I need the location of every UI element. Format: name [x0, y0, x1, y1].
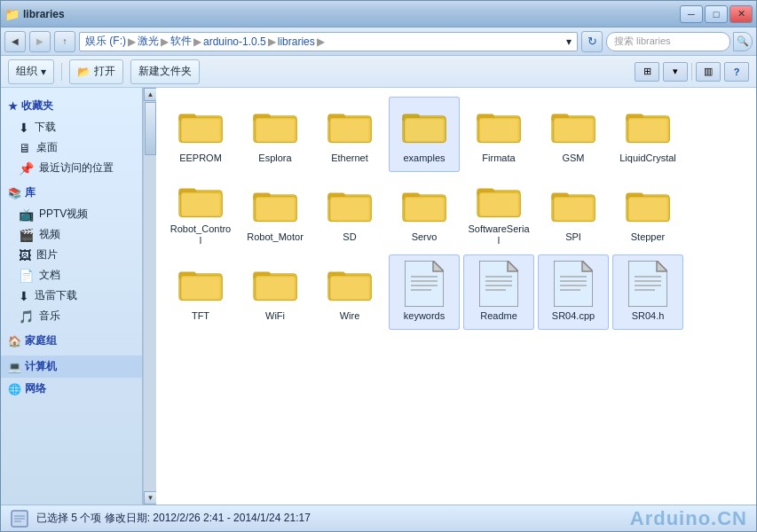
- scrollbar[interactable]: ▲ ▼: [143, 88, 156, 505]
- sidebar-favorites-title[interactable]: ★ 收藏夹: [1, 95, 142, 117]
- file-item[interactable]: GSM: [538, 97, 609, 172]
- svg-marker-69: [433, 261, 444, 271]
- file-item[interactable]: WiFi: [240, 254, 311, 330]
- sidebar-section-library: 📚 库 📺 PPTV视频 🎬 视频 🖼 图片 📄 文档: [1, 182, 142, 326]
- main-window: 📁 libraries ─ □ ✕ ◀ ▶ ↑ 娱乐 (F:) ▶ 激光 ▶ 软…: [0, 0, 757, 532]
- scroll-down-button[interactable]: ▼: [144, 491, 157, 505]
- folder-icon: [176, 180, 225, 222]
- maximize-button[interactable]: □: [705, 5, 728, 23]
- file-label: SR04.cpp: [552, 310, 595, 322]
- file-item[interactable]: Servo: [389, 176, 460, 251]
- new-folder-label: 新建文件夹: [138, 64, 192, 79]
- address-path[interactable]: 娱乐 (F:) ▶ 激光 ▶ 软件 ▶ arduino-1.0.5 ▶ libr…: [79, 32, 578, 51]
- path-segment-5[interactable]: libraries: [278, 35, 315, 48]
- help-button[interactable]: ?: [724, 62, 749, 82]
- search-box: 搜索 libraries: [606, 32, 730, 51]
- path-segment-2[interactable]: 激光: [138, 34, 159, 49]
- music-icon: 🎵: [19, 309, 34, 324]
- file-icon: [399, 259, 449, 309]
- computer-icon: 💻: [8, 361, 21, 373]
- sidebar-item-thunder[interactable]: ⬇ 迅雷下载: [1, 286, 142, 306]
- status-text: 已选择 5 个项 修改日期: 2012/2/26 2:41 - 2014/1/2…: [36, 511, 311, 526]
- sidebar-computer-label: 计算机: [25, 359, 57, 374]
- svg-rect-7: [256, 120, 295, 141]
- file-item[interactable]: EEPROM: [165, 97, 236, 172]
- organize-button[interactable]: 组织 ▾: [8, 59, 54, 84]
- file-grid: EEPROM Esplora Ethernet examples Firmata…: [156, 88, 756, 505]
- svg-rect-3: [182, 120, 220, 141]
- sidebar-item-desktop[interactable]: 🖥 桌面: [1, 137, 142, 158]
- forward-button[interactable]: ▶: [29, 31, 51, 52]
- view-large-icons-button[interactable]: ⊞: [635, 62, 659, 82]
- sidebar-computer-title[interactable]: 💻 计算机: [1, 356, 142, 378]
- sidebar-section-homegroup: 🏠 家庭组: [1, 330, 142, 352]
- folder-icon: [623, 101, 673, 151]
- sidebar-item-recent[interactable]: 📌 最近访问的位置: [1, 158, 142, 178]
- sidebar-item-video[interactable]: 🎬 视频: [1, 224, 142, 245]
- sidebar-item-download[interactable]: ⬇ 下载: [1, 117, 142, 137]
- sidebar-item-pictures-label: 图片: [36, 247, 58, 262]
- file-item[interactable]: Firmata: [463, 97, 534, 172]
- svg-rect-67: [331, 278, 369, 299]
- file-label: GSM: [562, 153, 584, 164]
- file-item[interactable]: Stepper: [612, 176, 683, 251]
- path-segment-3[interactable]: 软件: [170, 34, 192, 49]
- new-folder-button[interactable]: 新建文件夹: [130, 59, 200, 84]
- file-item[interactable]: TFT: [165, 254, 236, 330]
- file-item[interactable]: SR04.cpp: [538, 254, 609, 330]
- file-label: Firmata: [482, 153, 515, 164]
- folder-icon: [325, 101, 375, 151]
- sidebar-library-title[interactable]: 📚 库: [1, 182, 142, 204]
- file-item[interactable]: examples: [389, 97, 460, 172]
- file-icon: [548, 259, 598, 309]
- refresh-button[interactable]: ↻: [581, 31, 603, 52]
- sidebar-homegroup-title[interactable]: 🏠 家庭组: [1, 330, 142, 352]
- file-item[interactable]: Robot_Motor: [240, 176, 311, 251]
- sidebar-item-download-label: 下载: [35, 120, 56, 135]
- file-label: keywords: [404, 310, 445, 322]
- file-item[interactable]: SPI: [538, 176, 609, 251]
- path-segment-1[interactable]: 娱乐 (F:): [85, 34, 126, 49]
- file-item[interactable]: SD: [314, 176, 385, 251]
- file-label: SD: [343, 231, 356, 243]
- sidebar-item-documents[interactable]: 📄 文档: [1, 265, 142, 286]
- preview-pane-button[interactable]: ▥: [696, 62, 721, 82]
- file-item[interactable]: Robot_Control: [165, 176, 236, 251]
- up-button[interactable]: ↑: [54, 31, 75, 52]
- file-label: EEPROM: [179, 153, 222, 164]
- sidebar-item-pptv[interactable]: 📺 PPTV视频: [1, 204, 142, 224]
- file-item[interactable]: keywords: [389, 254, 460, 330]
- arduino-watermark: Arduino.CN: [630, 507, 747, 530]
- minimize-button[interactable]: ─: [680, 5, 703, 23]
- file-item[interactable]: Readme: [463, 254, 534, 330]
- file-item[interactable]: LiquidCrystal: [612, 97, 683, 172]
- search-button[interactable]: 🔍: [733, 32, 753, 51]
- window-title: libraries: [23, 8, 65, 20]
- view-dropdown-button[interactable]: ▾: [663, 62, 688, 82]
- file-label: Robot_Motor: [247, 231, 304, 243]
- sidebar-item-music[interactable]: 🎵 音乐: [1, 306, 142, 326]
- scroll-track[interactable]: [144, 101, 156, 491]
- sidebar-item-pictures[interactable]: 🖼 图片: [1, 245, 142, 265]
- path-segment-4[interactable]: arduino-1.0.5: [203, 35, 266, 48]
- svg-rect-43: [406, 199, 444, 220]
- open-button[interactable]: 📂 打开: [69, 59, 123, 84]
- open-icon: 📂: [77, 66, 91, 78]
- file-item[interactable]: Wire: [314, 254, 385, 330]
- folder-icon: [250, 259, 300, 309]
- sidebar-item-desktop-label: 桌面: [36, 140, 58, 155]
- path-dropdown[interactable]: ▾: [566, 35, 572, 48]
- back-button[interactable]: ◀: [4, 31, 26, 52]
- sidebar-network-title[interactable]: 🌐 网络: [1, 378, 142, 400]
- close-button[interactable]: ✕: [729, 5, 753, 23]
- scroll-thumb[interactable]: [145, 102, 156, 155]
- file-item[interactable]: Esplora: [240, 97, 311, 172]
- sidebar-section-network: 🌐 网络: [1, 378, 142, 400]
- folder-icon: [474, 101, 524, 151]
- window-icon: 📁: [4, 7, 20, 21]
- scroll-up-button[interactable]: ▲: [144, 88, 157, 101]
- file-item[interactable]: SR04.h: [612, 254, 683, 330]
- file-item[interactable]: SoftwareSerial: [463, 176, 534, 251]
- file-item[interactable]: Ethernet: [314, 97, 385, 172]
- organize-chevron-icon: ▾: [41, 66, 46, 78]
